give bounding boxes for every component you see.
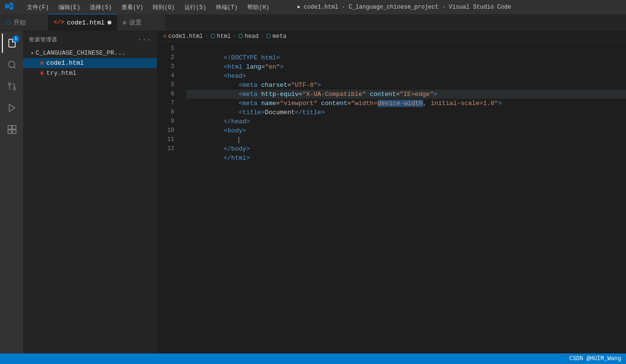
ln-5: 5 xyxy=(157,81,174,90)
attr-content-5: content xyxy=(370,91,396,98)
bc-html-icon: H xyxy=(163,34,167,39)
html-file-icon: H xyxy=(40,60,44,66)
tag-html-open: <html xyxy=(224,63,242,70)
val-scale: , initial-scale=1.0" xyxy=(423,100,498,107)
menu-file[interactable]: 文件(F) xyxy=(23,2,53,12)
indent-6 xyxy=(224,100,239,107)
activity-files[interactable]: 1 xyxy=(2,34,21,53)
tag-title-open: <title> xyxy=(239,109,265,116)
tag-html-close: > xyxy=(280,63,284,70)
tab-start[interactable]: ⬡ 开始 xyxy=(0,14,48,31)
sidebar-more-button[interactable]: ··· xyxy=(138,36,151,44)
title-bar: 文件(F) 编辑(E) 选择(S) 查看(V) 转到(G) 运行(S) 终端(T… xyxy=(0,0,626,14)
attr-content-6: content xyxy=(321,100,348,107)
val-viewport: "viewport" xyxy=(280,100,317,107)
tag-meta3-end: > xyxy=(498,100,502,107)
folder-name: C_LANGUAGE_CHINESE_PR... xyxy=(36,49,125,57)
eq-5b: = xyxy=(396,91,400,98)
menu-view[interactable]: 查看(V) xyxy=(118,2,147,12)
ln-12: 12 xyxy=(157,144,174,153)
html-tab-icon: </> xyxy=(54,19,64,26)
indent-5 xyxy=(224,91,239,98)
window-title: ● code1.html - C_language_chinese_projec… xyxy=(187,4,621,11)
html-file-icon-2: H xyxy=(40,70,44,76)
menu-edit[interactable]: 编辑(E) xyxy=(55,2,84,12)
sp-5a xyxy=(257,91,261,98)
watermark-text: CSDN @HUIM_Wang xyxy=(569,355,621,362)
sp-4 xyxy=(257,82,261,89)
tab-bar: ⬡ 开始 </> code1.html ⚙ 设置 xyxy=(0,14,626,31)
tab-settings[interactable]: ⚙ 设置 xyxy=(117,14,165,31)
attr-lang: lang xyxy=(246,63,261,70)
bc-sep-1: › xyxy=(205,33,208,40)
attr-http-equiv: http-equiv xyxy=(261,91,299,98)
breadcrumb: H code1.html › ⬡ html › ⬡ head › ⬡ meta xyxy=(157,31,626,42)
ln-11: 11 xyxy=(157,135,174,144)
breadcrumb-html[interactable]: html xyxy=(217,33,231,40)
space-2 xyxy=(242,63,246,70)
ln-9: 9 xyxy=(157,117,174,126)
tab-start-label: 开始 xyxy=(13,18,26,27)
tag-head-open: <head> xyxy=(224,72,246,80)
code-line-9: <body> xyxy=(186,117,626,126)
svg-line-1 xyxy=(14,67,16,69)
unsaved-dot xyxy=(108,21,111,24)
code-content[interactable]: <!DOCTYPE html> <html lang="en"> <head> … xyxy=(181,44,626,351)
breadcrumb-head[interactable]: head xyxy=(245,33,259,40)
cursor xyxy=(239,137,239,143)
activity-extensions[interactable] xyxy=(2,120,21,139)
vscode-logo xyxy=(5,2,13,13)
chevron-down-icon: ▾ xyxy=(31,50,34,56)
status-right: CSDN @HUIM_Wang xyxy=(569,355,621,362)
val-ie: "IE=edge" xyxy=(400,91,433,98)
ln-3: 3 xyxy=(157,62,174,71)
tag-head-close: </head> xyxy=(224,118,250,125)
activity-run[interactable] xyxy=(2,98,21,117)
tag-body-close: </body> xyxy=(224,145,250,153)
val-en: "en" xyxy=(265,63,280,70)
ln-4: 4 xyxy=(157,71,174,81)
line-numbers: 1 2 3 4 5 6 7 8 9 10 11 12 xyxy=(157,44,181,351)
breadcrumb-file[interactable]: code1.html xyxy=(169,33,203,40)
ln-1: 1 xyxy=(157,44,174,53)
tree-file-try[interactable]: H try.html xyxy=(23,68,157,78)
tag-meta1-end: > xyxy=(317,82,321,89)
eq-2: = xyxy=(261,63,265,70)
tag-meta-3: <meta xyxy=(239,100,257,107)
val-device-width: device-width xyxy=(377,100,423,107)
menu-goto[interactable]: 转到(G) xyxy=(149,2,179,12)
tab-code1[interactable]: </> code1.html xyxy=(48,14,117,31)
sidebar-header: 资源管理器 ··· xyxy=(23,31,157,48)
svg-point-2 xyxy=(13,88,16,90)
tree-file-code1[interactable]: H code1.html xyxy=(23,58,157,68)
bc-cube-icon-2: ⬡ xyxy=(238,33,243,40)
tag-meta2-end: > xyxy=(433,91,437,98)
bc-sep-2: › xyxy=(233,33,236,40)
ln-8: 8 xyxy=(157,108,174,117)
svg-point-3 xyxy=(9,83,11,85)
activity-search[interactable] xyxy=(2,55,21,74)
tab-code1-label: code1.html xyxy=(67,19,105,26)
tab-settings-label: 设置 xyxy=(129,18,142,27)
eq-5a: = xyxy=(299,91,302,98)
svg-rect-8 xyxy=(8,130,12,134)
file-tree: ▾ C_LANGUAGE_CHINESE_PR... H code1.html … xyxy=(23,48,157,353)
settings-tab-icon: ⚙ xyxy=(123,19,126,26)
val-width-start: "width= xyxy=(351,100,377,107)
code-line-4: <meta charset="UTF-8"> xyxy=(186,71,626,81)
sidebar: 资源管理器 ··· ▾ C_LANGUAGE_CHINESE_PR... H c… xyxy=(23,31,157,353)
breadcrumb-meta[interactable]: meta xyxy=(273,33,287,40)
tag-title-close: </title> xyxy=(295,109,325,116)
val-xua: "X-UA-Compatible" xyxy=(302,91,366,98)
indent-10 xyxy=(224,136,239,143)
eq-6a: = xyxy=(276,100,280,107)
tree-folder-root[interactable]: ▾ C_LANGUAGE_CHINESE_PR... xyxy=(23,48,157,58)
ln-10: 10 xyxy=(157,126,174,135)
ln-6: 6 xyxy=(157,90,174,99)
activity-git[interactable] xyxy=(2,77,21,96)
text-document: Document xyxy=(265,109,295,116)
menu-select[interactable]: 选择(S) xyxy=(86,2,116,12)
file-name-try: try.html xyxy=(47,70,76,77)
code-editor[interactable]: 1 2 3 4 5 6 7 8 9 10 11 12 <!DOCTYPE htm… xyxy=(157,42,626,353)
svg-rect-6 xyxy=(8,126,12,129)
